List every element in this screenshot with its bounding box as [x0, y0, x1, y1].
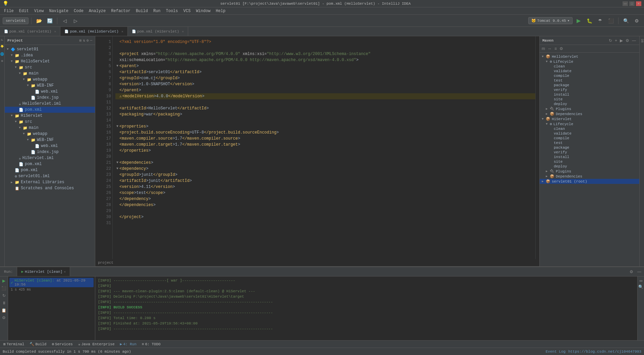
run-wrap-button[interactable]: ⇔: [638, 278, 644, 284]
fold-button[interactable]: ▼: [115, 166, 119, 172]
maven-tree-item[interactable]: package: [540, 83, 639, 88]
back-button[interactable]: ◁: [60, 16, 69, 26]
structure-icon[interactable]: ⊞: [1, 59, 4, 63]
menu-item-analyze[interactable]: Analyze: [86, 8, 108, 14]
sync-button[interactable]: 🔄: [45, 16, 54, 26]
tree-item[interactable]: ▼📁webapp: [5, 131, 95, 137]
project-icon[interactable]: P: [1, 38, 4, 42]
tab-pom-helloservlet[interactable]: 📄 pom.xml (HelloServlet) ✕: [60, 27, 127, 36]
maven-tree-item[interactable]: clean: [540, 126, 639, 131]
tree-item[interactable]: ▼📁WEB-INF: [5, 83, 95, 89]
menu-item-tools[interactable]: Tools: [163, 8, 181, 14]
run-restart-button[interactable]: ▶: [1, 278, 7, 284]
menu-item-view[interactable]: View: [32, 8, 47, 14]
build-button[interactable]: 🔨 Build: [28, 341, 48, 347]
maven-tree-item[interactable]: test: [540, 141, 639, 145]
maven-tree-item[interactable]: deploy: [540, 102, 639, 106]
maven-add-button[interactable]: +: [614, 38, 618, 44]
run-pause-button[interactable]: ⏸: [1, 300, 7, 306]
maven-tree-item[interactable]: compile: [540, 136, 639, 141]
tree-item[interactable]: ▶📁External Libraries: [5, 179, 95, 185]
web-icon[interactable]: 🌐: [1, 51, 4, 57]
maven-tree-item[interactable]: ▼📦HelloServlet: [540, 54, 639, 59]
maven-tree-item[interactable]: clean: [540, 64, 639, 69]
menu-item-refactor[interactable]: Refactor: [108, 8, 133, 14]
settings-button[interactable]: ⚙: [632, 16, 641, 26]
tree-item[interactable]: 📄pom.xml: [5, 107, 95, 113]
tree-item[interactable]: ▼📁.idea: [5, 52, 95, 58]
menu-item-vcs[interactable]: VCS: [181, 8, 194, 14]
tree-item[interactable]: 📄pom.xml: [5, 161, 95, 167]
tree-item[interactable]: 📄index.jsp: [5, 149, 95, 155]
tree-item[interactable]: 📄index.jsp: [5, 95, 95, 101]
tree-item[interactable]: ☕HiServlet.iml: [5, 155, 95, 161]
maven-tree-item[interactable]: verify: [540, 88, 639, 92]
tree-item[interactable]: ▼📁main: [5, 125, 95, 131]
run-item[interactable]: ✓ HiServlet [clean]: at 2021-05-29 19:56: [9, 278, 94, 287]
maximize-button[interactable]: □: [629, 1, 635, 6]
terminal-button[interactable]: ⊞ Terminal: [1, 341, 26, 347]
forward-button[interactable]: ▷: [71, 16, 80, 26]
run-filter-button[interactable]: 🔍: [637, 284, 644, 290]
minimize-button[interactable]: —: [623, 1, 628, 6]
maven-tb-btn3[interactable]: ≡: [554, 46, 557, 52]
tab-close-3[interactable]: ✕: [182, 30, 184, 34]
run-config-selector[interactable]: 🐱 Tomcat 9.0.45 ▾: [528, 17, 573, 24]
project-panel-icon1[interactable]: ⊞: [79, 38, 82, 43]
maven-tree-item[interactable]: verify: [540, 150, 639, 155]
tree-item[interactable]: ⚙servlet01.iml: [5, 173, 95, 179]
open-button[interactable]: 📂: [34, 16, 44, 26]
maven-tb-btn2[interactable]: ↔: [547, 46, 552, 52]
run-tab-close[interactable]: ✕: [64, 270, 66, 274]
fold-button[interactable]: ▼: [115, 63, 119, 69]
tab-pom-hiservlet[interactable]: 📄 pom.xml (HiServlet) ✕: [128, 27, 188, 36]
search-everywhere-button[interactable]: 🔍: [621, 16, 631, 26]
run-settings2-button[interactable]: ⚙: [1, 315, 7, 321]
maven-tree-item[interactable]: test: [540, 78, 639, 83]
bottom-minimize-button[interactable]: —: [636, 269, 643, 275]
tree-item[interactable]: ▼📁webapp: [5, 77, 95, 83]
tree-item[interactable]: 📄web.xml: [5, 89, 95, 95]
maven-tree-item[interactable]: ▼📦HiServlet: [540, 116, 639, 121]
menu-item-code[interactable]: Code: [71, 8, 86, 14]
maven-tree-item[interactable]: validate: [540, 69, 639, 73]
run-rerun-button[interactable]: ↻: [1, 293, 7, 299]
maven-settings-button[interactable]: ⚙: [625, 38, 630, 44]
project-panel-icon4[interactable]: —: [90, 38, 92, 43]
tree-item[interactable]: ▼🔷servlet01: [5, 46, 95, 52]
maven-tree-item[interactable]: site: [540, 159, 639, 164]
maven-tree-item[interactable]: ▶📦Dependencies: [540, 111, 639, 116]
run-stop-button[interactable]: ⬛: [0, 285, 8, 291]
tree-item[interactable]: ▼📁main: [5, 70, 95, 77]
java-enterprise-button[interactable]: ☕ Java Enterprise: [76, 341, 117, 347]
menu-item-edit[interactable]: Edit: [16, 8, 32, 14]
debug-button[interactable]: 🐛: [585, 16, 594, 26]
favorites-icon[interactable]: ⭐: [1, 43, 4, 50]
maven-tree-item[interactable]: deploy: [540, 164, 639, 169]
run-4-button[interactable]: ▶ 4: Run: [118, 341, 139, 347]
maven-reload-button[interactable]: ↻: [608, 38, 613, 44]
tree-item[interactable]: ▼📁HelloServlet: [5, 58, 95, 64]
maven-tree-item[interactable]: ▶🔌Plugins: [540, 169, 639, 174]
status-url[interactable]: https://blog.csdn.net/cj104647993: [568, 350, 641, 354]
menu-item-navigate[interactable]: Navigate: [46, 8, 71, 14]
maven-tree-item[interactable]: install: [540, 155, 639, 159]
bottom-tab-hiservlet-clean[interactable]: ▶ HiServlet [clean] ✕: [17, 267, 70, 276]
tab-pom-servlet01[interactable]: 📄 pom.xml (servlet01) ✕: [0, 27, 60, 36]
maven-tree-item[interactable]: ▼⚙Lifecycle: [540, 59, 639, 64]
maven-tree-item[interactable]: install: [540, 92, 639, 97]
fold-button[interactable]: ▼: [115, 160, 119, 166]
tab-close-2[interactable]: ✕: [121, 30, 123, 34]
tree-item[interactable]: ▼📁src: [5, 64, 95, 70]
run-button[interactable]: ▶: [574, 16, 583, 26]
bottom-settings-button[interactable]: ⚙: [628, 269, 635, 275]
coverage-button[interactable]: ☂: [595, 16, 605, 26]
menu-item-window[interactable]: Window: [193, 8, 213, 14]
fold-button[interactable]: ▼: [115, 123, 119, 130]
maven-tree-item[interactable]: validate: [540, 131, 639, 136]
maven-tree-item[interactable]: ▶📦servlet01 (root): [540, 179, 639, 184]
maven-tb-btn4[interactable]: ⚙: [559, 46, 564, 52]
run-dump-button[interactable]: 📋: [0, 307, 8, 313]
maven-tree-item[interactable]: compile: [540, 73, 639, 78]
close-button[interactable]: ✕: [636, 1, 641, 6]
